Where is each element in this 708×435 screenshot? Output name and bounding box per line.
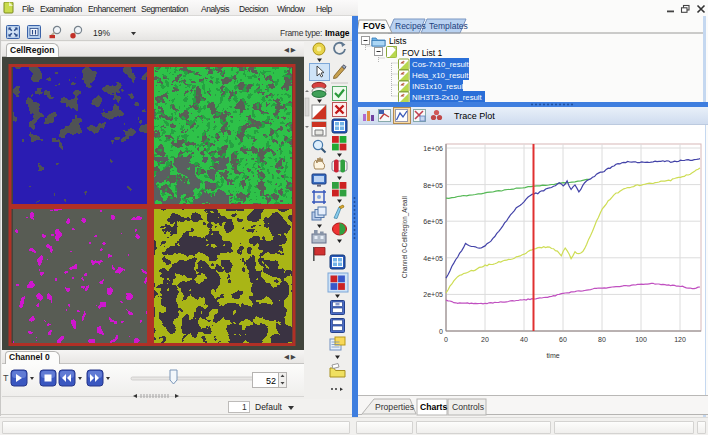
svg-text:FOV List 1: FOV List 1 [402,48,442,58]
svg-text:Controls: Controls [452,402,484,412]
svg-text:2e+05: 2e+05 [423,291,443,298]
svg-text:Lists: Lists [389,36,406,46]
svg-text:time: time [546,352,559,359]
svg-text:6e+05: 6e+05 [423,218,443,225]
svg-text:INS1x10_result: INS1x10_result [412,82,466,91]
svg-text:100: 100 [635,336,647,343]
svg-text:0: 0 [439,328,443,335]
svg-text:20: 20 [481,336,489,343]
svg-text:60: 60 [559,336,567,343]
svg-text:Charts: Charts [420,402,447,412]
svg-text:Channel 0-CellRegion_AreaII: Channel 0-CellRegion_AreaII [401,196,409,278]
svg-text:Properties: Properties [375,402,414,412]
svg-text:0: 0 [444,336,448,343]
svg-text:T: T [3,373,9,383]
svg-text:120: 120 [674,336,686,343]
svg-text:Hela_x10_result: Hela_x10_result [412,71,469,80]
svg-text:4e+05: 4e+05 [423,255,443,262]
svg-text:8e+05: 8e+05 [423,182,443,189]
svg-text:40: 40 [520,336,528,343]
svg-text:1e+06: 1e+06 [423,145,443,152]
svg-text:80: 80 [598,336,606,343]
svg-text:Cos-7x10_result: Cos-7x10_result [412,60,470,69]
svg-text:NIH3T3-2x10_result: NIH3T3-2x10_result [412,93,483,102]
svg-text:52: 52 [266,376,276,386]
